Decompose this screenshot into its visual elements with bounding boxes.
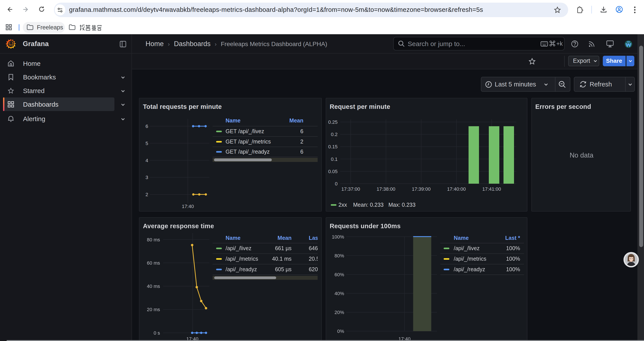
svg-text:No data: No data [570, 151, 593, 159]
svg-text:0.25: 0.25 [328, 119, 338, 125]
svg-text:0%: 0% [337, 328, 344, 334]
svg-text:2xx: 2xx [338, 202, 347, 208]
svg-text:Last *: Last * [309, 235, 322, 241]
svg-text:/api/_/livez: /api/_/livez [454, 245, 480, 251]
svg-text:20%: 20% [334, 310, 344, 315]
svg-text:Mean: Mean [289, 117, 303, 124]
svg-text:40 ms: 40 ms [147, 283, 160, 289]
svg-text:17:39:00: 17:39:00 [412, 186, 431, 192]
svg-text:0.2: 0.2 [331, 132, 338, 137]
svg-text:17:38:00: 17:38:00 [376, 186, 396, 192]
svg-text:6: 6 [300, 128, 303, 134]
svg-text:0.05: 0.05 [328, 169, 338, 174]
svg-text:Errors per second: Errors per second [535, 103, 591, 110]
svg-text:0.15: 0.15 [328, 144, 338, 149]
svg-text:0 s: 0 s [154, 330, 160, 336]
svg-text:100%: 100% [332, 234, 344, 240]
svg-text:17:40:00: 17:40:00 [447, 186, 466, 192]
svg-text:17:37:00: 17:37:00 [341, 186, 360, 192]
svg-text:646 µs: 646 µs [309, 245, 322, 251]
svg-text:Average response time: Average response time [143, 222, 214, 229]
svg-text:20.5 ms: 20.5 ms [309, 256, 322, 262]
svg-text:Request per minute: Request per minute [330, 103, 390, 110]
svg-text:60 ms: 60 ms [147, 260, 160, 266]
svg-text:GET /api/_/metrics: GET /api/_/metrics [226, 138, 271, 145]
svg-text:2: 2 [300, 138, 303, 145]
svg-text:40.1 ms: 40.1 ms [272, 256, 292, 262]
svg-text:80 ms: 80 ms [147, 237, 160, 242]
svg-text:60%: 60% [334, 272, 344, 277]
svg-text:GET /api/_/livez: GET /api/_/livez [226, 128, 264, 134]
svg-text:Mean: 0.233: Mean: 0.233 [353, 202, 384, 208]
svg-text:/api/_/metrics: /api/_/metrics [454, 256, 486, 262]
svg-text:/api/_/readyz: /api/_/readyz [454, 266, 485, 272]
svg-text:100%: 100% [506, 256, 520, 262]
svg-text:40%: 40% [334, 291, 344, 296]
svg-text:605 µs: 605 µs [275, 266, 292, 272]
svg-text:0: 0 [335, 181, 338, 187]
svg-text:17:40: 17:40 [182, 204, 194, 209]
svg-text:Max: 0.233: Max: 0.233 [388, 202, 416, 208]
svg-text:4: 4 [146, 158, 148, 163]
svg-text:6: 6 [146, 124, 148, 129]
svg-text:20 ms: 20 ms [147, 307, 160, 312]
svg-text:GET /api/_/readyz: GET /api/_/readyz [226, 149, 270, 155]
svg-text:Name: Name [226, 117, 240, 124]
svg-text:620 µs: 620 µs [309, 266, 322, 272]
svg-text:Requests under 100ms: Requests under 100ms [330, 222, 401, 229]
svg-text:100%: 100% [506, 266, 520, 272]
svg-text:/api/_/readyz: /api/_/readyz [226, 266, 257, 272]
svg-text:Total requests per minute: Total requests per minute [143, 103, 222, 110]
svg-text:Last *: Last * [505, 235, 520, 241]
svg-text:3: 3 [146, 175, 148, 180]
svg-text:6: 6 [300, 149, 303, 155]
svg-text:2: 2 [146, 192, 148, 197]
svg-text:661 µs: 661 µs [275, 245, 292, 251]
svg-text:/api/_/livez: /api/_/livez [226, 245, 252, 251]
svg-text:5: 5 [146, 141, 148, 146]
svg-text:Name: Name [226, 235, 240, 241]
svg-text:/api/_/metrics: /api/_/metrics [226, 256, 258, 262]
svg-text:0.1: 0.1 [331, 156, 338, 162]
svg-text:80%: 80% [334, 253, 344, 258]
svg-text:Mean: Mean [278, 235, 292, 241]
svg-text:100%: 100% [506, 245, 520, 251]
svg-text:17:41:00: 17:41:00 [482, 186, 501, 192]
svg-text:Name: Name [454, 235, 469, 241]
